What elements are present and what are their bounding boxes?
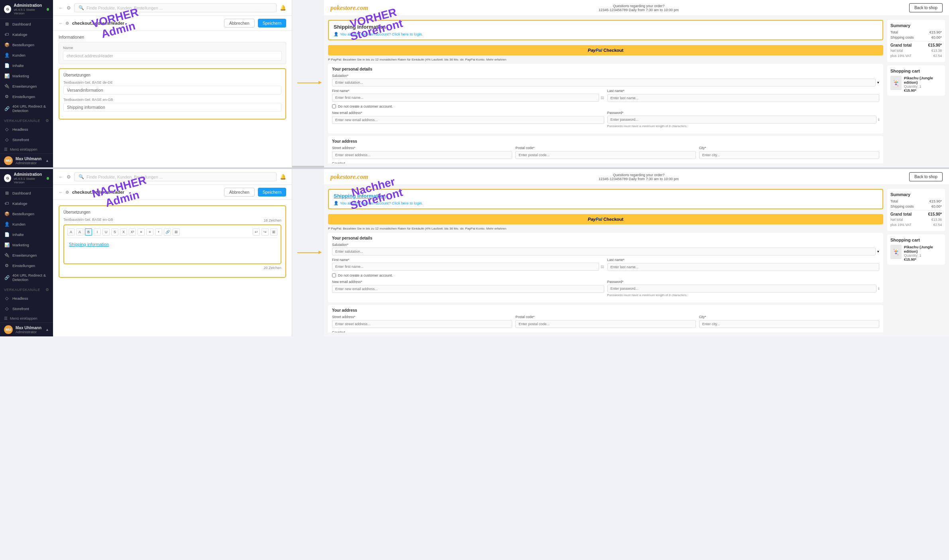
editor-toolbar-btn[interactable]: I bbox=[94, 228, 101, 236]
editor-toolbar-btn[interactable]: B bbox=[85, 228, 92, 236]
channels-section-label: Verkaufskanäle ⚙ bbox=[0, 115, 53, 124]
cart-item-price: €15.90* bbox=[904, 88, 942, 92]
editor-toolbar-btn[interactable]: ↪ bbox=[261, 228, 269, 236]
sidebar-item-inhalte[interactable]: 📄 Inhalte bbox=[0, 229, 53, 240]
editor-toolbar-btn[interactable]: ≡ bbox=[146, 228, 153, 236]
box-icon: 📦 bbox=[4, 211, 10, 216]
user-name: Max Uhlmann bbox=[16, 157, 41, 161]
sidebar-item-kataloge[interactable]: 🏷 Kataloge bbox=[0, 29, 53, 39]
channels-settings-icon[interactable]: ⚙ bbox=[45, 287, 49, 292]
password-input[interactable] bbox=[607, 116, 877, 124]
editor-toolbar-btn[interactable]: U bbox=[102, 228, 110, 236]
sidebar-item-404-url-redirect-&-detection[interactable]: 🔗 404 URL Redirect & Detection bbox=[0, 102, 53, 115]
trans-en-input[interactable] bbox=[63, 103, 281, 112]
save-button[interactable]: Speichern bbox=[258, 19, 286, 28]
street-input[interactable] bbox=[332, 151, 512, 159]
trans-de-input[interactable] bbox=[63, 86, 281, 94]
editor-content[interactable]: Shipping information bbox=[67, 240, 277, 260]
editor-toolbar-btn[interactable]: A bbox=[76, 228, 83, 236]
sidebar-item-bestellungen[interactable]: 📦 Bestellungen bbox=[0, 39, 53, 50]
postal-input[interactable] bbox=[515, 151, 696, 159]
back-to-shop-button[interactable]: Back to shop bbox=[909, 3, 943, 12]
paypal-button[interactable]: PayPal Checkout bbox=[328, 214, 883, 224]
search-placeholder-text: Finde Produkte, Kunden, Bestellungen ... bbox=[86, 175, 163, 179]
salutation-toggle-icon[interactable]: ▾ bbox=[877, 250, 879, 253]
editor-toolbar-btn[interactable]: ⊞ bbox=[270, 228, 277, 236]
sidebar-collapse-btn[interactable]: ☰ Menü einklappen bbox=[0, 145, 53, 153]
cart-box: Shopping cart 🃏 Pikachu (Jungle edition)… bbox=[887, 234, 945, 265]
firstname-input[interactable] bbox=[332, 94, 599, 102]
sidebar-item-einstellungen[interactable]: ⚙ Einstellungen bbox=[0, 260, 53, 271]
editor-toolbar-btn[interactable]: 🔗 bbox=[164, 228, 171, 236]
sidebar-item-kunden[interactable]: 👤 Kunden bbox=[0, 219, 53, 229]
sidebar-channel-storefront[interactable]: ◇ Storefront bbox=[0, 134, 53, 145]
account-link[interactable]: 👤 You already have an account? Click her… bbox=[334, 32, 878, 36]
cancel-button[interactable]: Abbrechen bbox=[224, 19, 255, 28]
street-input[interactable] bbox=[332, 320, 512, 328]
translations-box: Übersetzungen Textbaustein-Set: BASE de-… bbox=[59, 68, 286, 120]
paypal-button[interactable]: PayPal Checkout bbox=[328, 45, 883, 55]
street-row: Street address* Postal code* City* bbox=[332, 146, 879, 159]
salutation-input[interactable] bbox=[332, 248, 876, 255]
nav-settings-icon[interactable]: ⚙ bbox=[67, 174, 71, 180]
user-chevron-icon[interactable]: ▲ bbox=[45, 159, 49, 163]
sidebar-item-dashboard[interactable]: ⊞ Dashboard bbox=[0, 188, 53, 198]
sidebar-item-kunden[interactable]: 👤 Kunden bbox=[0, 50, 53, 60]
rich-link[interactable]: Shipping information bbox=[69, 242, 109, 247]
city-input[interactable] bbox=[699, 151, 879, 159]
city-input[interactable] bbox=[699, 320, 879, 328]
save-button[interactable]: Speichern bbox=[258, 188, 286, 196]
nav-back-btn[interactable]: ← bbox=[59, 190, 63, 195]
sidebar-channel-headless[interactable]: ◇ Headless bbox=[0, 293, 53, 303]
sidebar-collapse-btn[interactable]: ☰ Menü einklappen bbox=[0, 314, 53, 322]
nav-back-icon[interactable]: ← bbox=[59, 5, 63, 11]
nav-back-btn[interactable]: ← bbox=[59, 21, 63, 26]
no-account-checkbox[interactable] bbox=[332, 104, 336, 108]
editor-toolbar-btn[interactable]: X bbox=[120, 228, 127, 236]
salutation-input[interactable] bbox=[332, 79, 876, 86]
password-hint-icon: ℹ bbox=[878, 287, 879, 291]
editor-toolbar-btn[interactable]: ⊞ bbox=[173, 228, 180, 236]
editor-toolbar-btn[interactable]: ↩ bbox=[253, 228, 260, 236]
contact-line1: Questions regarding your order? bbox=[599, 173, 679, 177]
bell-icon[interactable]: 🔔 bbox=[280, 5, 286, 11]
back-to-shop-button[interactable]: Back to shop bbox=[909, 172, 943, 181]
sidebar-item-einstellungen[interactable]: ⚙ Einstellungen bbox=[0, 91, 53, 102]
sidebar-channel-storefront[interactable]: ◇ Storefront bbox=[0, 303, 53, 314]
no-account-checkbox[interactable] bbox=[332, 273, 336, 277]
sidebar-item-inhalte[interactable]: 📄 Inhalte bbox=[0, 60, 53, 71]
sidebar-channel-headless[interactable]: ◇ Headless bbox=[0, 124, 53, 134]
salutation-toggle-icon[interactable]: ▾ bbox=[877, 81, 879, 84]
editor-toolbar-btn[interactable]: • bbox=[155, 228, 162, 236]
editor-toolbar-btn[interactable]: A bbox=[67, 228, 75, 236]
password-input[interactable] bbox=[607, 285, 877, 293]
total-label: Total bbox=[890, 30, 898, 34]
channels-settings-icon[interactable]: ⚙ bbox=[45, 118, 49, 123]
lastname-input[interactable] bbox=[607, 94, 880, 102]
cancel-button[interactable]: Abbrechen bbox=[224, 188, 255, 196]
nav-settings-icon[interactable]: ⚙ bbox=[67, 5, 71, 11]
user-chevron-icon[interactable]: ▲ bbox=[45, 328, 49, 332]
email-input[interactable] bbox=[332, 285, 604, 293]
password-group: Password* ℹ Passwords must have a minimu… bbox=[607, 280, 880, 297]
nav-back-icon[interactable]: ← bbox=[59, 174, 63, 180]
sidebar-item-404-url-redirect-&-detection[interactable]: 🔗 404 URL Redirect & Detection bbox=[0, 271, 53, 284]
settings-icon-small: ⚙ bbox=[65, 21, 69, 26]
sidebar-item-bestellungen[interactable]: 📦 Bestellungen bbox=[0, 208, 53, 219]
lastname-input[interactable] bbox=[607, 263, 880, 271]
sidebar-item-erweiterungen[interactable]: 🔌 Erweiterungen bbox=[0, 81, 53, 91]
sidebar-item-marketing[interactable]: 📊 Marketing bbox=[0, 71, 53, 81]
editor-toolbar-btn[interactable]: ≡ bbox=[138, 228, 145, 236]
sidebar-item-erweiterungen[interactable]: 🔌 Erweiterungen bbox=[0, 250, 53, 260]
editor-toolbar-btn[interactable]: X² bbox=[129, 228, 136, 236]
sidebar-item-kataloge[interactable]: 🏷 Kataloge bbox=[0, 198, 53, 208]
collapse-icon: ☰ bbox=[4, 147, 8, 151]
sidebar-item-marketing[interactable]: 📊 Marketing bbox=[0, 240, 53, 250]
email-input[interactable] bbox=[332, 116, 604, 124]
editor-toolbar-btn[interactable]: S bbox=[111, 228, 118, 236]
postal-input[interactable] bbox=[515, 320, 696, 328]
account-link[interactable]: 👤 You already have an account? Click her… bbox=[334, 201, 878, 205]
firstname-input[interactable] bbox=[332, 263, 599, 271]
sidebar-item-dashboard[interactable]: ⊞ Dashboard bbox=[0, 19, 53, 29]
bell-icon[interactable]: 🔔 bbox=[280, 174, 286, 180]
